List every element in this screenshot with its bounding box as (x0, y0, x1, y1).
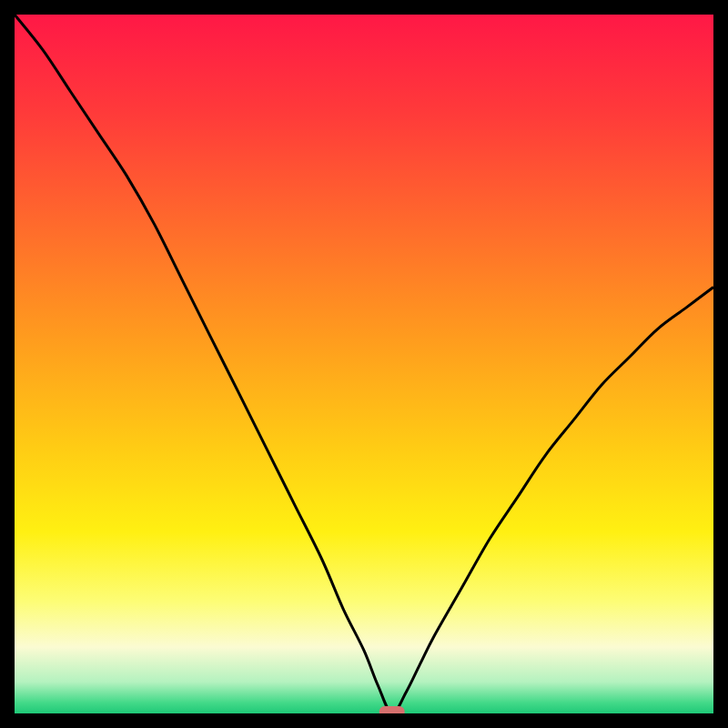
chart-frame: TheBottleneck.com (15, 15, 713, 713)
axis-frame-left (0, 0, 15, 728)
bottleneck-chart (15, 15, 713, 713)
minimum-marker (379, 706, 405, 713)
gradient-background (15, 15, 713, 713)
axis-frame-bottom (0, 713, 728, 728)
